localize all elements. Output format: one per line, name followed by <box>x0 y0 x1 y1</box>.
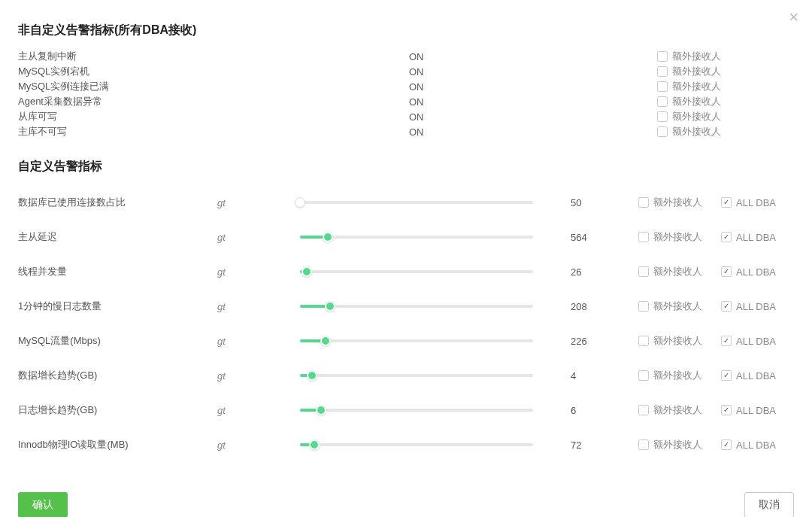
metric-name: 线程并发量 <box>18 265 217 278</box>
all-dba-checkbox[interactable] <box>721 232 732 242</box>
extra-recipient-checkbox[interactable] <box>638 197 649 208</box>
all-dba-checkbox[interactable] <box>721 405 732 415</box>
custom-list: 数据库已使用连接数占比gt50额外接收人ALL DBA主从延迟gt564额外接收… <box>18 185 794 462</box>
all-dba-checkbox[interactable] <box>721 439 732 450</box>
all-dba-label: ALL DBA <box>736 336 776 347</box>
metric-name: 从库可写 <box>18 110 409 123</box>
metric-state: ON <box>409 66 657 78</box>
metric-value: 208 <box>571 301 638 312</box>
custom-row: 线程并发量gt26额外接收人ALL DBA <box>18 254 794 289</box>
metric-name: 数据增长趋势(GB) <box>18 369 217 382</box>
metric-name: 1分钟的慢日志数量 <box>18 300 217 313</box>
extra-recipient-label: 额外接收人 <box>672 65 721 78</box>
metric-operator: gt <box>217 266 300 278</box>
all-dba-checkbox[interactable] <box>721 370 732 381</box>
close-icon[interactable]: × <box>789 9 798 26</box>
extra-recipient-checkbox[interactable] <box>638 301 649 312</box>
custom-heading: 自定义告警指标 <box>18 159 794 175</box>
metric-operator: gt <box>217 197 300 208</box>
extra-recipient-checkbox[interactable] <box>657 111 668 122</box>
metric-value: 6 <box>571 405 638 416</box>
threshold-slider[interactable] <box>300 201 533 204</box>
all-dba-label: ALL DBA <box>736 370 776 382</box>
metric-value: 564 <box>571 232 638 243</box>
all-dba-label: ALL DBA <box>736 266 776 278</box>
metric-name: MySQL实例连接已满 <box>18 80 409 93</box>
custom-row: Innodb物理IO读取量(MB)gt72额外接收人ALL DBA <box>18 427 794 462</box>
extra-recipient-label: 额外接收人 <box>653 403 702 417</box>
metric-value: 226 <box>571 336 638 347</box>
metric-value: 50 <box>571 197 638 208</box>
extra-recipient-label: 额外接收人 <box>672 95 721 108</box>
threshold-slider[interactable] <box>300 409 533 412</box>
all-dba-label: ALL DBA <box>736 232 776 243</box>
custom-row: 数据库已使用连接数占比gt50额外接收人ALL DBA <box>18 185 794 220</box>
metric-operator: gt <box>217 405 300 416</box>
threshold-slider[interactable] <box>300 339 533 342</box>
threshold-slider[interactable] <box>300 236 533 239</box>
metric-name: 数据库已使用连接数占比 <box>18 196 217 209</box>
metric-operator: gt <box>217 336 300 347</box>
threshold-slider[interactable] <box>300 305 533 308</box>
metric-value: 4 <box>571 370 638 382</box>
custom-row: 数据增长趋势(GB)gt4额外接收人ALL DBA <box>18 358 794 393</box>
metric-name: 主从复制中断 <box>18 50 409 63</box>
ok-button[interactable]: 确认 <box>18 492 68 517</box>
metric-state: ON <box>409 51 657 62</box>
metric-name: Agent采集数据异常 <box>18 95 409 108</box>
extra-recipient-checkbox[interactable] <box>657 66 668 77</box>
extra-recipient-checkbox[interactable] <box>657 81 668 92</box>
extra-recipient-checkbox[interactable] <box>638 370 649 381</box>
extra-recipient-label: 额外接收人 <box>653 369 702 382</box>
extra-recipient-label: 额外接收人 <box>653 300 702 313</box>
all-dba-checkbox[interactable] <box>721 336 732 346</box>
extra-recipient-label: 额外接收人 <box>672 80 721 93</box>
threshold-slider[interactable] <box>300 270 533 273</box>
extra-recipient-label: 额外接收人 <box>672 110 721 123</box>
all-dba-label: ALL DBA <box>736 197 776 208</box>
metric-name: 主从延迟 <box>18 230 217 244</box>
noncustom-heading: 非自定义告警指标(所有DBA接收) <box>18 23 794 38</box>
extra-recipient-label: 额外接收人 <box>653 196 702 209</box>
metric-state: ON <box>409 81 657 93</box>
dialog-footer: 确认 取消 <box>18 492 794 517</box>
all-dba-label: ALL DBA <box>736 301 776 312</box>
metric-state: ON <box>409 96 657 108</box>
all-dba-label: ALL DBA <box>736 439 776 451</box>
extra-recipient-label: 额外接收人 <box>653 334 702 348</box>
metric-name: 日志增长趋势(GB) <box>18 403 217 417</box>
extra-recipient-label: 额外接收人 <box>672 50 721 63</box>
extra-recipient-checkbox[interactable] <box>638 405 649 415</box>
threshold-slider[interactable] <box>300 374 533 377</box>
extra-recipient-label: 额外接收人 <box>653 230 702 244</box>
extra-recipient-checkbox[interactable] <box>638 439 649 450</box>
threshold-slider[interactable] <box>300 443 533 446</box>
metric-operator: gt <box>217 370 300 382</box>
noncustom-row: Agent采集数据异常ON额外接收人 <box>18 94 794 109</box>
metric-value: 72 <box>571 439 638 451</box>
custom-row: 日志增长趋势(GB)gt6额外接收人ALL DBA <box>18 393 794 427</box>
all-dba-label: ALL DBA <box>736 405 776 416</box>
extra-recipient-checkbox[interactable] <box>638 336 649 346</box>
extra-recipient-checkbox[interactable] <box>638 232 649 242</box>
metric-operator: gt <box>217 301 300 312</box>
metric-state: ON <box>409 111 657 123</box>
noncustom-list: 主从复制中断ON额外接收人MySQL实例宕机ON额外接收人MySQL实例连接已满… <box>18 49 794 139</box>
extra-recipient-checkbox[interactable] <box>638 266 649 277</box>
extra-recipient-label: 额外接收人 <box>672 125 721 138</box>
metric-name: MySQL实例宕机 <box>18 65 409 78</box>
noncustom-row: 从库可写ON额外接收人 <box>18 109 794 124</box>
metric-name: Innodb物理IO读取量(MB) <box>18 438 217 452</box>
all-dba-checkbox[interactable] <box>721 197 732 208</box>
extra-recipient-checkbox[interactable] <box>657 51 668 62</box>
metric-operator: gt <box>217 232 300 243</box>
all-dba-checkbox[interactable] <box>721 301 732 312</box>
extra-recipient-checkbox[interactable] <box>657 126 668 137</box>
extra-recipient-label: 额外接收人 <box>653 265 702 278</box>
metric-operator: gt <box>217 439 300 451</box>
cancel-button[interactable]: 取消 <box>744 492 794 517</box>
metric-value: 26 <box>571 266 638 278</box>
extra-recipient-label: 额外接收人 <box>653 438 702 452</box>
all-dba-checkbox[interactable] <box>721 266 732 277</box>
extra-recipient-checkbox[interactable] <box>657 96 668 107</box>
